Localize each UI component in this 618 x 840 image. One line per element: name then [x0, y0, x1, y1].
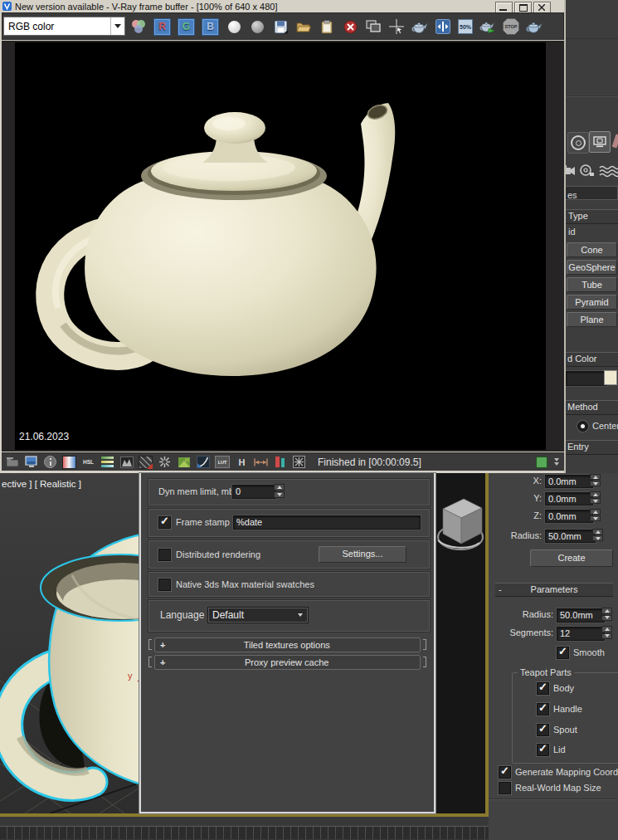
lid-checkbox[interactable]: [537, 744, 549, 756]
distributed-checkbox[interactable]: [158, 549, 171, 561]
side-viewport-sliver[interactable]: [436, 473, 485, 813]
half-resolution-icon[interactable]: 50%: [458, 19, 473, 34]
dyn-mem-field[interactable]: 0: [232, 485, 276, 499]
frame-stamp-checkbox[interactable]: [158, 516, 171, 529]
color-balance-icon[interactable]: [100, 455, 114, 469]
channel-dropdown[interactable]: RGB color: [3, 17, 125, 36]
white-balance-icon[interactable]: [158, 455, 172, 469]
rgb-level-bars-icon[interactable]: [273, 455, 287, 469]
kbd-x-field[interactable]: 0.0mm: [545, 475, 593, 488]
stop-render-icon[interactable]: STOP: [503, 18, 519, 35]
space-warps-category-icon[interactable]: [599, 164, 618, 178]
part-handle[interactable]: Handle: [537, 703, 582, 715]
helpers-category-icon[interactable]: [578, 164, 595, 178]
native-swatches-option[interactable]: Native 3ds Max material swatches: [158, 579, 314, 591]
info-icon[interactable]: [43, 455, 57, 469]
part-body[interactable]: Body: [537, 682, 574, 695]
smooth-option[interactable]: Smooth: [557, 647, 605, 659]
segments-spinner[interactable]: [601, 626, 612, 639]
object-name-field[interactable]: [566, 371, 607, 386]
track-bar-ticks[interactable]: [0, 826, 489, 839]
creation-method-center[interactable]: Center: [577, 420, 618, 432]
kbd-radius-field[interactable]: 50.0mm: [545, 530, 596, 543]
display-tab[interactable]: [589, 131, 611, 153]
creation-method-rollout-header[interactable]: Method: [566, 400, 618, 415]
body-checkbox[interactable]: [537, 682, 549, 695]
name-color-rollout-header[interactable]: d Color: [566, 352, 618, 367]
segments-field[interactable]: 12: [557, 627, 605, 641]
proxy-preview-rollout[interactable]: + Proxy preview cache: [154, 655, 421, 670]
spout-checkbox[interactable]: [537, 724, 549, 736]
distributed-option[interactable]: Distributed rendering: [158, 549, 260, 561]
object-type-rollout-header[interactable]: Type: [566, 209, 618, 224]
pixel-aspect-icon[interactable]: [254, 455, 268, 469]
copy-to-max-icon[interactable]: [365, 17, 382, 36]
center-radio[interactable]: [577, 421, 588, 432]
render-icon[interactable]: [526, 17, 543, 36]
param-radius-field[interactable]: 50.0mm: [557, 608, 605, 623]
green-channel-button[interactable]: G: [178, 18, 195, 36]
color-channels-icon[interactable]: [130, 17, 147, 36]
object-button-geosphere[interactable]: GeoSphere: [567, 260, 617, 275]
tiled-textures-rollout[interactable]: + Tiled textures options: [154, 637, 421, 652]
language-dropdown[interactable]: Default: [208, 608, 308, 623]
save-layers-icon[interactable]: [5, 455, 19, 469]
param-radius-spinner[interactable]: [601, 608, 612, 621]
create-button[interactable]: Create: [530, 549, 613, 567]
object-button-tube[interactable]: Tube: [567, 277, 617, 292]
frame-stamp-field[interactable]: %date: [233, 515, 421, 530]
primitives-dropdown[interactable]: es: [566, 186, 618, 200]
handle-checkbox[interactable]: [537, 703, 549, 715]
kbd-y-spinner[interactable]: [590, 491, 601, 504]
levels-icon[interactable]: [119, 455, 134, 469]
utilities-tab-icon[interactable]: [612, 134, 618, 148]
red-channel-button[interactable]: R: [153, 18, 171, 36]
exposure-edit-icon[interactable]: [139, 455, 153, 469]
frame-stamp-option[interactable]: Frame stamp: [158, 516, 230, 529]
vray-swatch-icon[interactable]: [536, 457, 547, 468]
background-image-icon[interactable]: [177, 455, 191, 469]
collapse-chevrons-icon[interactable]: [554, 458, 559, 466]
native-swatches-checkbox[interactable]: [158, 579, 171, 591]
parameters-rollout-header[interactable]: - Parameters: [495, 583, 613, 597]
real-world-checkbox[interactable]: [499, 782, 511, 794]
srgb-toggle-icon[interactable]: [292, 455, 306, 469]
real-world-option[interactable]: Real-World Map Size: [499, 782, 601, 794]
blue-channel-button[interactable]: B: [202, 18, 219, 36]
generate-mapping-option[interactable]: Generate Mapping Coords: [499, 766, 618, 779]
keyboard-entry-rollout-header[interactable]: Entry: [566, 440, 618, 455]
display-correction-icon[interactable]: [24, 455, 38, 469]
object-button-plane[interactable]: Plane: [567, 312, 617, 327]
histogram-icon[interactable]: H: [235, 455, 249, 469]
generate-mapping-checkbox[interactable]: [499, 766, 511, 779]
monochrome-channel-icon[interactable]: [249, 17, 265, 36]
kbd-radius-spinner[interactable]: [592, 529, 603, 541]
alpha-channel-icon[interactable]: [226, 17, 242, 36]
object-color-swatch[interactable]: [604, 370, 617, 385]
region-render-icon[interactable]: [411, 17, 428, 36]
compare-images-icon[interactable]: [435, 17, 451, 36]
kbd-y-field[interactable]: 0.0mm: [545, 492, 593, 505]
color-range-icon[interactable]: [62, 455, 76, 469]
open-image-icon[interactable]: [295, 17, 312, 36]
kbd-x-spinner[interactable]: [590, 474, 601, 486]
viewport-teapot[interactable]: [0, 496, 161, 817]
render-canvas[interactable]: 21.06.2023: [15, 42, 546, 450]
render-last-icon[interactable]: [479, 17, 496, 36]
clear-image-icon[interactable]: [342, 17, 358, 36]
object-button-cone[interactable]: Cone: [567, 242, 617, 257]
maximize-button[interactable]: [514, 2, 532, 13]
hsl-adjust-icon[interactable]: HSL: [81, 455, 95, 469]
part-lid[interactable]: Lid: [537, 744, 566, 756]
save-image-icon[interactable]: [272, 17, 289, 36]
clipboard-icon[interactable]: [319, 17, 335, 36]
part-spout[interactable]: Spout: [537, 724, 577, 736]
lut-toggle-icon[interactable]: LUT: [215, 456, 230, 468]
motion-tab[interactable]: [567, 132, 589, 154]
track-mouse-icon[interactable]: [388, 17, 405, 36]
track-bar[interactable]: [0, 817, 489, 840]
autogrid-label[interactable]: id: [568, 226, 576, 238]
dyn-mem-spinner[interactable]: [274, 484, 285, 498]
dr-settings-button[interactable]: Settings...: [319, 546, 406, 563]
curve-correction-icon[interactable]: [196, 455, 210, 469]
